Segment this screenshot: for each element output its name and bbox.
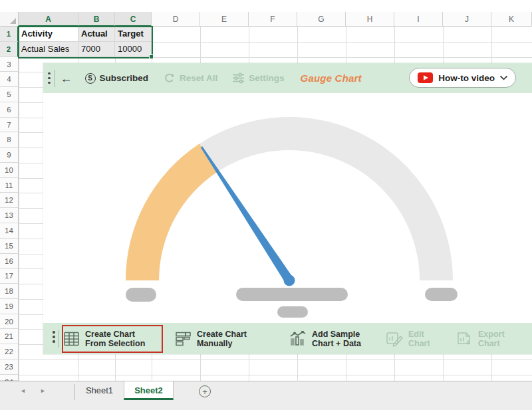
- sheet-tab-sheet2[interactable]: Sheet2: [124, 381, 174, 400]
- sheet-tab-bar: ◄ ► Sheet1Sheet2 +: [0, 381, 532, 410]
- row-header-9[interactable]: 9: [0, 148, 19, 163]
- row-header-5[interactable]: 5: [0, 87, 19, 102]
- column-header-h[interactable]: H: [346, 12, 394, 27]
- gauge-needle-pivot: [284, 275, 295, 286]
- chevron-down-icon: [500, 76, 507, 80]
- row-header-10[interactable]: 10: [0, 163, 19, 178]
- toolbar-divider: [59, 330, 59, 348]
- row-header-4[interactable]: 4: [0, 72, 19, 87]
- row-header-16[interactable]: 16: [0, 254, 19, 269]
- gauge-small-pill: [277, 306, 308, 318]
- row-header-20[interactable]: 20: [0, 314, 19, 330]
- column-header-b[interactable]: B: [78, 12, 115, 27]
- row-header-23[interactable]: 23: [0, 359, 19, 375]
- rows-list-icon: [175, 331, 192, 347]
- action-button-label: ExportChart: [478, 330, 505, 348]
- chart-addin-panel: ← S Subscribed Reset All Settings Gauge …: [43, 63, 532, 354]
- row-header-13[interactable]: 13: [0, 208, 19, 223]
- row-header-6[interactable]: 6: [0, 102, 19, 118]
- edit-chart-icon: [386, 331, 404, 347]
- addin-title: Gauge Chart: [301, 72, 362, 84]
- add-sheet-button[interactable]: +: [199, 385, 211, 397]
- action-button-label: Create ChartManually: [197, 330, 247, 348]
- reset-arrow-icon: [163, 72, 176, 84]
- drag-handle-dots-icon[interactable]: [48, 72, 51, 84]
- row-header-3[interactable]: 3: [0, 57, 19, 72]
- action-button-create-chart-manually[interactable]: Create ChartManually: [175, 325, 247, 353]
- row-header-24[interactable]: 24: [0, 375, 19, 381]
- column-header-j[interactable]: J: [443, 12, 491, 27]
- drag-handle-dots-icon[interactable]: [53, 331, 55, 343]
- settings-button[interactable]: Settings: [249, 73, 284, 83]
- how-to-video-label: How-to video: [438, 73, 495, 83]
- gauge-chart[interactable]: [43, 93, 532, 323]
- column-header-d[interactable]: D: [152, 12, 200, 27]
- row-header-7[interactable]: 7: [0, 118, 19, 133]
- column-header-i[interactable]: I: [394, 12, 443, 27]
- toolbar-divider: [55, 70, 55, 87]
- row-header-12[interactable]: 12: [0, 193, 19, 208]
- prev-sheet-arrow-icon[interactable]: ◄: [20, 387, 26, 394]
- action-button-export-chart[interactable]: ExportChart: [456, 325, 505, 353]
- how-to-video-button[interactable]: How-to video: [409, 68, 516, 88]
- row-header-18[interactable]: 18: [0, 284, 19, 299]
- back-arrow-icon[interactable]: ←: [61, 72, 72, 84]
- sample-chart-icon: [289, 331, 307, 347]
- circled-s-icon: S: [85, 73, 96, 84]
- row-header-14[interactable]: 14: [0, 223, 19, 239]
- row-header-19[interactable]: 19: [0, 299, 19, 314]
- gridline: [19, 27, 19, 381]
- subscribed-label[interactable]: Subscribed: [100, 73, 149, 83]
- column-header-k[interactable]: K: [491, 12, 532, 27]
- row-header-2[interactable]: 2: [0, 42, 19, 57]
- row-header-17[interactable]: 17: [0, 268, 19, 284]
- select-all-triangle-icon: [10, 18, 16, 24]
- row-header-1[interactable]: 1: [0, 27, 19, 42]
- gauge-filled-arc: [126, 144, 217, 280]
- excel-window: ABCDEFGHIJK12345678910111213141516171819…: [0, 0, 532, 410]
- gauge-needle: [201, 146, 293, 283]
- row-header-21[interactable]: 21: [0, 329, 19, 344]
- action-button-edit-chart[interactable]: EditChart: [386, 325, 430, 353]
- sheet-tab-sheet1[interactable]: Sheet1: [75, 381, 124, 400]
- selection-fill-handle[interactable]: [149, 54, 154, 59]
- action-button-add-sample-chart-data[interactable]: Add SampleChart + Data: [289, 325, 361, 353]
- highlight-box: [62, 325, 163, 353]
- selection-range-border: [18, 26, 153, 58]
- export-chart-icon: [456, 331, 473, 347]
- youtube-icon: [418, 72, 433, 83]
- gauge-center-pill: [236, 288, 348, 301]
- column-header-f[interactable]: F: [249, 12, 297, 27]
- gridline: [19, 375, 532, 375]
- row-header-8[interactable]: 8: [0, 132, 19, 148]
- row-header-11[interactable]: 11: [0, 178, 19, 193]
- column-header-c[interactable]: C: [115, 12, 152, 27]
- gauge-right-pill: [425, 288, 458, 301]
- column-header-e[interactable]: E: [200, 12, 249, 27]
- next-sheet-arrow-icon[interactable]: ►: [40, 387, 46, 394]
- column-header-a[interactable]: A: [19, 12, 78, 27]
- gridline: [19, 359, 532, 360]
- action-button-label: EditChart: [408, 330, 430, 348]
- column-header-g[interactable]: G: [297, 12, 346, 27]
- action-button-label: Add SampleChart + Data: [312, 330, 361, 348]
- sliders-icon: [232, 72, 245, 84]
- reset-all-button[interactable]: Reset All: [180, 73, 217, 83]
- gauge-left-pill: [126, 288, 156, 302]
- select-all-corner[interactable]: [0, 12, 19, 27]
- row-header-22[interactable]: 22: [0, 344, 19, 359]
- row-header-15[interactable]: 15: [0, 239, 19, 254]
